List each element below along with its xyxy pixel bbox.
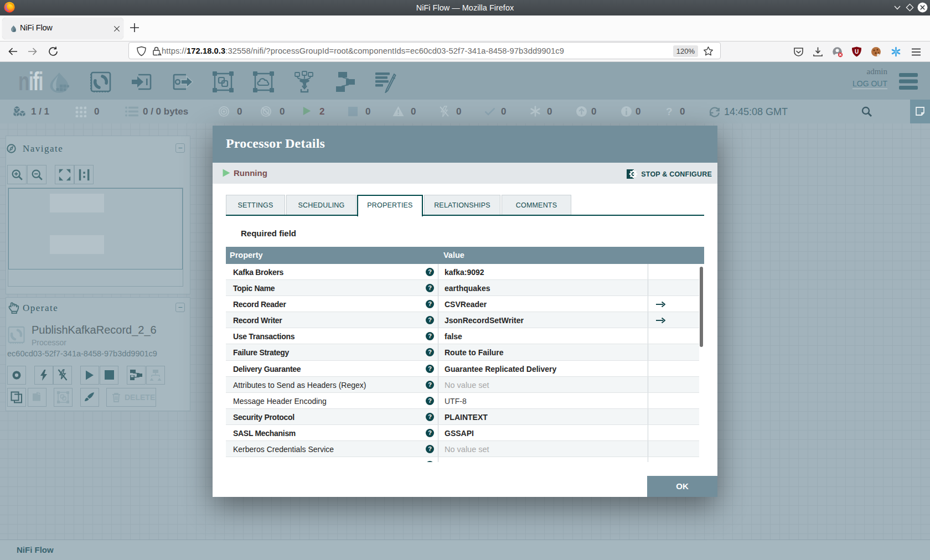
svg-text:!: !: [159, 53, 161, 56]
svg-text:U: U: [855, 49, 859, 55]
